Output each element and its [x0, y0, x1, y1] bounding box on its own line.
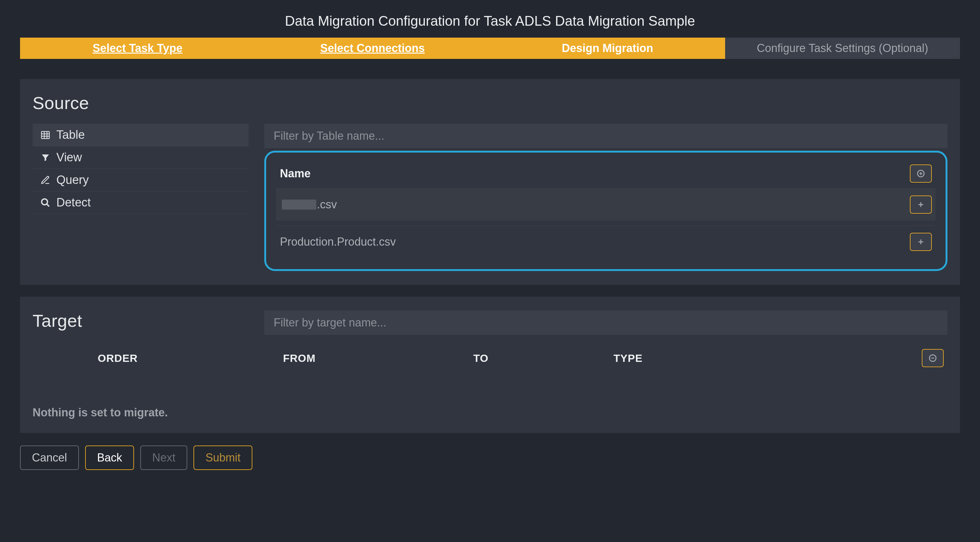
plus-icon — [917, 238, 925, 246]
search-icon — [40, 198, 51, 208]
source-tab-detect[interactable]: Detect — [33, 191, 248, 214]
remove-all-button[interactable] — [922, 349, 944, 367]
target-filter-input[interactable] — [264, 311, 947, 335]
footer-actions: Cancel Back Next Submit — [20, 445, 960, 470]
step-select-connections[interactable]: Select Connections — [255, 38, 490, 59]
plus-icon — [917, 201, 925, 209]
source-tab-label: Query — [56, 173, 89, 187]
source-tabs: Table View Query — [33, 124, 248, 214]
page-title: Data Migration Configuration for Task AD… — [20, 13, 960, 29]
source-tab-label: Detect — [56, 196, 91, 209]
source-panel: Source Table View — [20, 79, 960, 285]
source-table-highlight: Name .csv — [264, 151, 947, 271]
source-tab-table[interactable]: Table — [33, 124, 248, 146]
cancel-button[interactable]: Cancel — [20, 445, 79, 470]
step-configure-settings: Configure Task Settings (Optional) — [725, 38, 960, 59]
add-all-button[interactable] — [910, 164, 932, 183]
next-button: Next — [140, 445, 187, 470]
step-design-migration[interactable]: Design Migration — [490, 38, 725, 59]
back-button[interactable]: Back — [85, 445, 134, 470]
col-from: FROM — [199, 352, 399, 364]
target-heading: Target — [33, 311, 248, 331]
file-name-suffix: .csv — [317, 198, 337, 211]
target-columns-header: ORDER FROM TO TYPE — [33, 341, 947, 375]
redacted-text — [282, 199, 316, 210]
source-tab-query[interactable]: Query — [33, 169, 248, 191]
col-order: ORDER — [36, 352, 199, 364]
svg-point-5 — [41, 199, 48, 205]
target-empty-message: Nothing is set to migrate. — [33, 406, 947, 419]
add-row-button[interactable] — [910, 196, 932, 214]
minus-circle-icon — [928, 354, 937, 362]
target-panel: Target ORDER FROM TO TYPE Nothing is set… — [20, 297, 960, 433]
source-tab-label: View — [56, 151, 82, 164]
filter-icon — [40, 153, 51, 162]
step-select-task-type[interactable]: Select Task Type — [20, 38, 255, 59]
wizard-steps: Select Task Type Select Connections Desi… — [20, 38, 960, 59]
col-to: TO — [399, 352, 562, 364]
table-row: Production.Product.csv — [276, 226, 935, 258]
table-row: .csv — [276, 188, 935, 220]
table-icon — [40, 130, 51, 140]
svg-rect-0 — [41, 131, 49, 139]
source-filter-input[interactable] — [264, 124, 947, 148]
add-row-button[interactable] — [910, 233, 932, 251]
col-type: TYPE — [562, 352, 694, 364]
plus-circle-icon — [916, 169, 925, 178]
source-tab-view[interactable]: View — [33, 146, 248, 169]
submit-button: Submit — [194, 445, 252, 470]
file-name: Production.Product.csv — [280, 235, 396, 249]
source-heading: Source — [33, 93, 947, 113]
source-name-header: Name — [280, 167, 910, 180]
svg-line-6 — [47, 204, 49, 206]
source-tab-label: Table — [56, 128, 85, 142]
edit-icon — [40, 175, 51, 185]
